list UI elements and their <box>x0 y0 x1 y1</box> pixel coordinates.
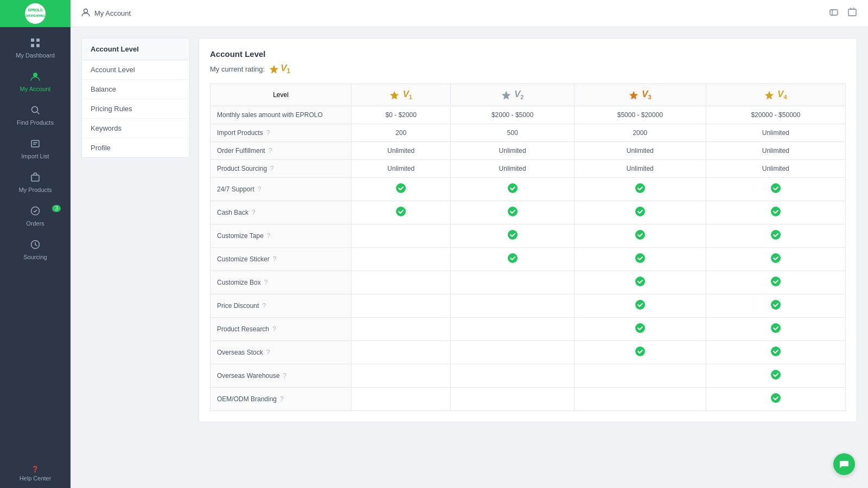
feature-name: Customize Tape ? <box>217 232 344 240</box>
svg-rect-3 <box>31 38 34 42</box>
svg-point-36 <box>508 253 518 263</box>
svg-rect-13 <box>31 175 39 181</box>
table-row: Overseas Stock ? <box>210 341 846 364</box>
my-products-icon <box>30 172 40 184</box>
check-icon <box>635 186 646 195</box>
help-icon[interactable]: ? <box>264 279 268 286</box>
left-menu-item-keywords[interactable]: Keywords <box>82 119 189 138</box>
topbar-right <box>829 8 857 20</box>
v1-cell <box>352 271 451 294</box>
v3-cell <box>574 341 706 364</box>
svg-rect-19 <box>848 9 856 16</box>
help-icon[interactable]: ? <box>252 209 256 216</box>
sidebar-item-find-products[interactable]: Find Products <box>0 99 71 132</box>
check-icon <box>635 233 646 242</box>
sidebar: EPROLO DROPSHIPPING My Dashboard My Acco… <box>0 0 71 488</box>
sidebar-item-my-products[interactable]: My Products <box>0 166 71 200</box>
left-menu-item-profile[interactable]: Profile <box>82 138 189 157</box>
help-icon[interactable]: ? <box>267 232 271 240</box>
svg-point-25 <box>396 183 406 193</box>
v4-cell <box>706 387 845 410</box>
help-icon[interactable]: ? <box>266 129 270 137</box>
sidebar-item-dashboard-label: My Dashboard <box>16 52 55 59</box>
table-row: Monthly sales amount with EPROLO$0 - $20… <box>210 106 846 124</box>
v1-cell: Unlimited <box>352 159 451 177</box>
svg-rect-17 <box>830 10 838 15</box>
left-menu-item-pricing-rules[interactable]: Pricing Rules <box>82 99 189 119</box>
import-list-icon <box>30 139 40 151</box>
sidebar-item-find-products-label: Find Products <box>17 119 54 126</box>
v2-cell <box>451 341 575 364</box>
help-icon[interactable]: ? <box>266 349 270 356</box>
v4-cell <box>706 177 845 201</box>
help-icon[interactable]: ? <box>273 255 277 263</box>
svg-point-7 <box>33 73 37 77</box>
account-level-card: Account Level My current rating: V1 Leve… <box>199 38 857 422</box>
sidebar-item-my-products-label: My Products <box>18 187 52 193</box>
v1-cell: 200 <box>352 124 451 142</box>
check-icon <box>770 349 781 358</box>
chat-button[interactable] <box>833 453 855 475</box>
v1-cell <box>352 294 451 317</box>
cart-icon[interactable] <box>847 8 857 20</box>
feature-name-cell: Price Discount ? <box>210 294 352 317</box>
feature-name: Price Discount ? <box>217 302 344 310</box>
v2-cell: $2000 - $5000 <box>451 106 575 124</box>
v3-cell <box>574 177 706 201</box>
check-icon <box>395 209 406 219</box>
svg-marker-22 <box>502 91 510 100</box>
logo: EPROLO DROPSHIPPING <box>0 0 71 27</box>
svg-rect-4 <box>36 38 40 42</box>
level-table: Level V1 V2 <box>210 84 846 410</box>
sidebar-item-dashboard[interactable]: My Dashboard <box>0 31 71 65</box>
v4-cell <box>706 317 845 341</box>
left-menu-item-balance[interactable]: Balance <box>82 80 189 99</box>
v3-cell: $5000 - $20000 <box>574 106 706 124</box>
page-body: Account Level Account Level Balance Pric… <box>71 27 868 488</box>
help-icon[interactable]: ? <box>270 165 274 172</box>
help-icon[interactable]: ? <box>272 325 276 333</box>
v2-cell <box>451 317 575 341</box>
feature-name-cell: Customize Tape ? <box>210 224 352 247</box>
feature-name: Customize Sticker ? <box>217 255 344 263</box>
feature-name-cell: OEM/ODM Branding ? <box>210 387 352 410</box>
check-icon <box>635 303 646 312</box>
svg-point-30 <box>508 207 518 216</box>
svg-point-38 <box>771 253 781 263</box>
level-header-feature: Level <box>210 84 352 106</box>
help-icon[interactable]: ? <box>280 395 284 403</box>
orders-badge: 3 <box>52 205 61 212</box>
sourcing-icon <box>30 240 40 252</box>
feature-name: Import Products ? <box>217 129 344 137</box>
svg-point-8 <box>32 107 38 113</box>
v3-cell <box>574 317 706 341</box>
feature-name: Order Fulfillment ? <box>217 147 344 155</box>
feature-name: Product Research ? <box>217 325 344 333</box>
sidebar-item-account[interactable]: My Account <box>0 65 71 99</box>
help-icon[interactable]: ? <box>262 302 266 310</box>
sidebar-item-import-list[interactable]: Import List <box>0 132 71 166</box>
feature-name: Cash Back ? <box>217 209 344 216</box>
svg-point-26 <box>508 183 518 193</box>
feature-name: OEM/ODM Branding ? <box>217 395 344 403</box>
check-icon <box>770 233 781 242</box>
help-icon[interactable]: ? <box>258 185 261 193</box>
table-row: Customize Tape ? <box>210 224 846 247</box>
sidebar-item-orders-label: Orders <box>26 220 44 227</box>
help-center-label: Help Center <box>20 475 52 481</box>
help-icon[interactable]: ? <box>269 147 272 155</box>
sidebar-item-sourcing[interactable]: Sourcing <box>0 233 71 267</box>
feature-name: Product Sourcing ? <box>217 165 344 172</box>
notifications-icon[interactable] <box>829 8 839 20</box>
orders-icon <box>30 206 40 218</box>
help-icon[interactable]: ? <box>283 372 287 380</box>
v1-cell <box>352 364 451 387</box>
v4-cell: Unlimited <box>706 142 845 159</box>
help-center-button[interactable]: ❓ Help Center <box>0 459 71 488</box>
sidebar-item-orders[interactable]: Orders 3 <box>0 200 71 233</box>
check-icon <box>770 373 781 382</box>
current-rating-label: My current rating: <box>210 65 265 73</box>
left-menu-item-account-level[interactable]: Account Level <box>82 60 189 80</box>
feature-name-cell: Customize Sticker ? <box>210 247 352 271</box>
v1-cell <box>352 317 451 341</box>
